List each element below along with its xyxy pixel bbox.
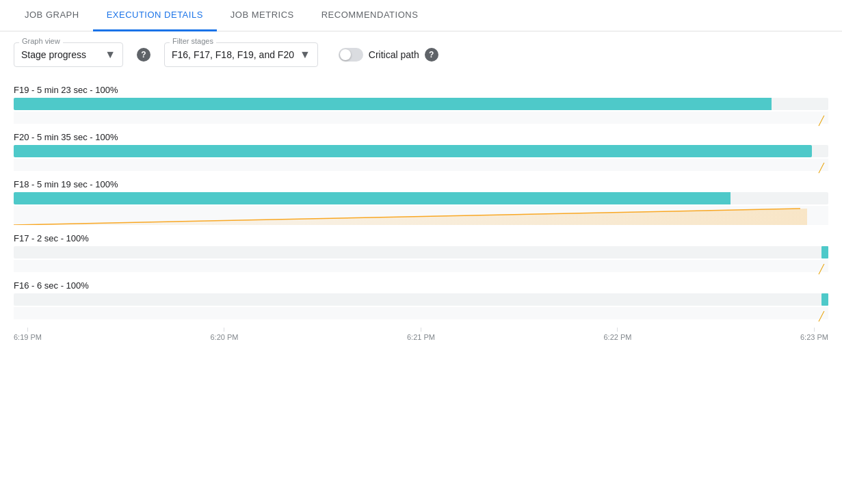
graph-view-value: Stage progress bbox=[21, 49, 99, 60]
filter-stages-label: Filter stages bbox=[170, 37, 216, 45]
bar-container-F18 bbox=[14, 192, 828, 204]
stage-label-F16: F16 - 6 sec - 100% bbox=[14, 274, 828, 293]
controls-bar: Graph view Stage progress ▼ ? Filter sta… bbox=[0, 31, 842, 78]
toggle-knob bbox=[340, 49, 351, 60]
F16-slash-marker: ╱ bbox=[819, 312, 824, 321]
tick-line-1 bbox=[224, 328, 224, 332]
stage-bars-F16: ╱ bbox=[14, 293, 828, 319]
filter-stages-value: F16, F17, F18, F19, and F20 bbox=[172, 49, 294, 60]
bar-fill-F18 bbox=[14, 192, 731, 204]
stage-label-F17: F17 - 2 sec - 100% bbox=[14, 226, 828, 246]
tick-line-4 bbox=[814, 328, 815, 332]
timeline-F18 bbox=[14, 206, 828, 225]
critical-path-group: Critical path ? bbox=[339, 48, 438, 62]
time-tick-0: 6:19 PM bbox=[14, 328, 42, 341]
stage-row-F17: F17 - 2 sec - 100% ╱ bbox=[14, 226, 828, 272]
stage-row-F20: F20 - 5 min 35 sec - 100% ╱ bbox=[14, 125, 828, 171]
critical-path-label: Critical path bbox=[369, 49, 419, 60]
graph-view-label: Graph view bbox=[19, 37, 63, 45]
F19-slash-marker: ╱ bbox=[819, 116, 824, 125]
timeline-F17: ╱ bbox=[14, 260, 828, 272]
graph-view-dropdown-icon: ▼ bbox=[105, 49, 116, 61]
stage-bars-F18 bbox=[14, 192, 828, 225]
bar-container-F17 bbox=[14, 246, 828, 258]
stage-label-F20: F20 - 5 min 35 sec - 100% bbox=[14, 125, 828, 145]
timeline-F19: ╱ bbox=[14, 111, 828, 124]
filter-stages-dropdown-icon: ▼ bbox=[300, 49, 311, 61]
filter-stages-group: Filter stages F16, F17, F18, F19, and F2… bbox=[164, 42, 318, 67]
critical-path-toggle[interactable] bbox=[339, 48, 363, 62]
stage-bars-F19: ╱ bbox=[14, 98, 828, 124]
tab-job-metrics[interactable]: JOB METRICS bbox=[217, 0, 308, 31]
time-tick-4: 6:23 PM bbox=[800, 328, 828, 341]
stage-row-F18: F18 - 5 min 19 sec - 100% bbox=[14, 172, 828, 225]
bar-container-F19 bbox=[14, 98, 828, 110]
critical-path-help-icon[interactable]: ? bbox=[425, 48, 438, 62]
bar-container-F20 bbox=[14, 145, 828, 157]
tab-recommendations[interactable]: RECOMMENDATIONS bbox=[308, 0, 432, 31]
time-tick-3: 6:22 PM bbox=[604, 328, 632, 341]
tab-execution-details[interactable]: EXECUTION DETAILS bbox=[93, 0, 217, 31]
graph-view-help-icon[interactable]: ? bbox=[137, 48, 150, 62]
tick-label-4: 6:23 PM bbox=[800, 333, 828, 341]
stage-bars-F20: ╱ bbox=[14, 145, 828, 171]
timeline-F16: ╱ bbox=[14, 307, 828, 319]
tick-label-2: 6:21 PM bbox=[407, 333, 435, 341]
tabs-bar: JOB GRAPH EXECUTION DETAILS JOB METRICS … bbox=[0, 0, 842, 31]
tick-line-2 bbox=[421, 328, 421, 332]
orange-line-F18 bbox=[14, 206, 828, 225]
F20-slash-marker: ╱ bbox=[819, 163, 824, 172]
stage-row-F16: F16 - 6 sec - 100% ╱ bbox=[14, 274, 828, 319]
bar-container-F16 bbox=[14, 293, 828, 306]
time-axis: 6:19 PM 6:20 PM 6:21 PM 6:22 PM 6:23 PM bbox=[14, 322, 828, 341]
time-tick-1: 6:20 PM bbox=[211, 328, 239, 341]
timeline-F20: ╱ bbox=[14, 159, 828, 171]
graph-view-select[interactable]: Stage progress ▼ bbox=[14, 42, 123, 67]
time-tick-2: 6:21 PM bbox=[407, 328, 435, 341]
stage-row-F19: F19 - 5 min 23 sec - 100% ╱ bbox=[14, 78, 828, 124]
tick-label-0: 6:19 PM bbox=[14, 333, 42, 341]
tick-line-0 bbox=[27, 328, 28, 332]
tab-job-graph[interactable]: JOB GRAPH bbox=[11, 0, 93, 31]
tick-line-3 bbox=[617, 328, 618, 332]
tick-label-3: 6:22 PM bbox=[604, 333, 632, 341]
stage-bars-F17: ╱ bbox=[14, 246, 828, 272]
stage-label-F19: F19 - 5 min 23 sec - 100% bbox=[14, 78, 828, 98]
small-teal-F17 bbox=[821, 246, 828, 258]
graph-view-group: Graph view Stage progress ▼ bbox=[14, 42, 123, 67]
small-teal-F16 bbox=[821, 293, 828, 306]
stage-label-F18: F18 - 5 min 19 sec - 100% bbox=[14, 172, 828, 192]
chart-area: F19 - 5 min 23 sec - 100% ╱ F20 - 5 min … bbox=[0, 78, 842, 341]
filter-stages-select[interactable]: F16, F17, F18, F19, and F20 ▼ bbox=[164, 42, 318, 67]
tick-label-1: 6:20 PM bbox=[211, 333, 239, 341]
bar-fill-F19 bbox=[14, 98, 772, 110]
bar-fill-F20 bbox=[14, 145, 812, 157]
F17-slash-marker: ╱ bbox=[819, 265, 824, 274]
